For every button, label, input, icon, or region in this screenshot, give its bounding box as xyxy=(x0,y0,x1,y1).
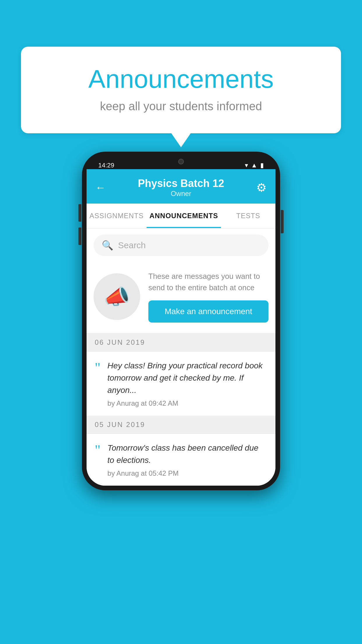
announcement-content-2: Tomorrow's class has been cancelled due … xyxy=(108,442,267,477)
announcement-text-1: Hey class! Bring your practical record b… xyxy=(108,360,267,396)
battery-icon: ▮ xyxy=(260,162,264,169)
tab-tests[interactable]: TESTS xyxy=(221,204,275,228)
speech-bubble-section: Announcements keep all your students inf… xyxy=(21,47,341,133)
announcement-item-2[interactable]: " Tomorrow's class has been cancelled du… xyxy=(87,434,275,486)
search-bar[interactable]: 🔍 Search xyxy=(94,235,268,256)
date-separator-1: 06 JUN 2019 xyxy=(87,334,275,351)
tab-announcements[interactable]: ANNOUNCEMENTS xyxy=(147,204,221,228)
volume-down-button[interactable] xyxy=(78,228,81,245)
promo-content: These are messages you want to send to t… xyxy=(148,271,268,323)
quote-icon-1: " xyxy=(95,361,101,375)
header-subtitle: Owner xyxy=(106,190,256,198)
tabs-container: ASSIGNMENTS ANNOUNCEMENTS TESTS xyxy=(87,204,275,229)
promo-section: 📣 These are messages you want to send to… xyxy=(87,262,275,334)
header-center: Physics Batch 12 Owner xyxy=(106,177,256,198)
tab-assignments[interactable]: ASSIGNMENTS xyxy=(87,204,147,228)
settings-icon[interactable]: ⚙ xyxy=(256,181,267,194)
phone-wrapper: 14:29 ▾ ▲ ▮ ← Physics Batch 12 Owner ⚙ xyxy=(21,152,341,490)
app-header: ← Physics Batch 12 Owner ⚙ xyxy=(87,169,275,204)
phone-device: 14:29 ▾ ▲ ▮ ← Physics Batch 12 Owner ⚙ xyxy=(82,152,280,490)
speech-bubble: Announcements keep all your students inf… xyxy=(21,47,341,133)
search-placeholder: Search xyxy=(118,240,146,250)
announcement-meta-2: by Anurag at 05:42 PM xyxy=(108,469,267,477)
announcement-item-1[interactable]: " Hey class! Bring your practical record… xyxy=(87,351,275,416)
announcement-meta-1: by Anurag at 09:42 AM xyxy=(108,399,267,407)
status-time: 14:29 xyxy=(98,162,114,169)
bubble-subtitle: keep all your students informed xyxy=(44,100,318,113)
front-camera xyxy=(178,159,184,164)
megaphone-icon: 📣 xyxy=(104,284,130,309)
quote-icon-2: " xyxy=(95,443,101,457)
bubble-title: Announcements xyxy=(44,64,318,94)
phone-notch xyxy=(164,156,198,167)
announcement-text-2: Tomorrow's class has been cancelled due … xyxy=(108,442,267,466)
promo-icon-circle: 📣 xyxy=(94,273,140,320)
phone-screen: ← Physics Batch 12 Owner ⚙ ASSIGNMENTS A… xyxy=(87,169,275,486)
volume-up-button[interactable] xyxy=(78,204,81,222)
promo-description: These are messages you want to send to t… xyxy=(148,271,268,293)
power-button[interactable] xyxy=(281,210,284,233)
wifi-icon: ▾ xyxy=(245,162,248,169)
status-icons: ▾ ▲ ▮ xyxy=(245,162,264,169)
back-button[interactable]: ← xyxy=(95,181,106,194)
signal-icon: ▲ xyxy=(251,162,257,169)
date-separator-2: 05 JUN 2019 xyxy=(87,416,275,434)
status-bar: 14:29 ▾ ▲ ▮ xyxy=(87,156,275,169)
make-announcement-button[interactable]: Make an announcement xyxy=(148,300,268,323)
announcement-content-1: Hey class! Bring your practical record b… xyxy=(108,360,267,407)
header-title: Physics Batch 12 xyxy=(106,177,256,190)
search-container: 🔍 Search xyxy=(87,229,275,262)
search-icon: 🔍 xyxy=(102,240,113,251)
